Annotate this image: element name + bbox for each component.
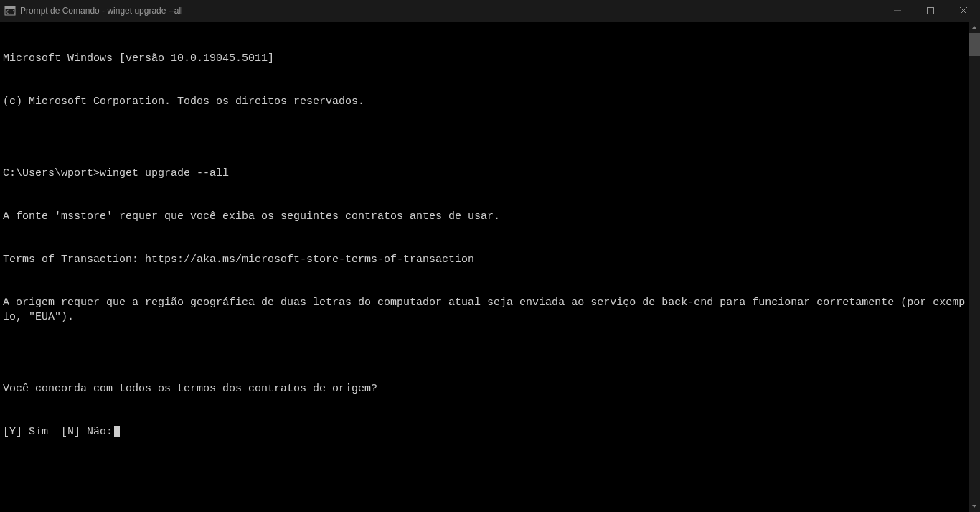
svg-marker-8 — [972, 505, 976, 508]
terminal-line: C:\Users\wport>winget upgrade --all — [3, 167, 966, 181]
terminal-prompt-line: [Y] Sim [N] Não: — [3, 425, 966, 439]
terminal-line: (c) Microsoft Corporation. Todos os dire… — [3, 95, 966, 109]
terminal-output[interactable]: Microsoft Windows [versão 10.0.19045.501… — [0, 22, 969, 512]
terminal-line: A origem requer que a região geográfica … — [3, 296, 966, 325]
terminal-line: A fonte 'msstore' requer que você exiba … — [3, 210, 966, 224]
scrollbar-down-button[interactable] — [969, 501, 980, 512]
maximize-button[interactable] — [914, 0, 947, 22]
cmd-icon: C:\ — [4, 5, 16, 17]
cursor — [114, 426, 120, 437]
terminal-line: Você concorda com todos os termos dos co… — [3, 382, 966, 396]
title-bar: C:\ Prompt de Comando - winget upgrade -… — [0, 0, 980, 22]
terminal-line: Microsoft Windows [versão 10.0.19045.501… — [3, 52, 966, 66]
scrollbar[interactable] — [969, 22, 980, 512]
terminal-line: Terms of Transaction: https://aka.ms/mic… — [3, 253, 966, 267]
svg-rect-1 — [5, 6, 15, 9]
svg-text:C:\: C:\ — [6, 9, 16, 15]
window-controls — [881, 0, 980, 22]
minimize-button[interactable] — [881, 0, 914, 22]
window-title: Prompt de Comando - winget upgrade --all — [20, 6, 881, 16]
scrollbar-thumb[interactable] — [969, 33, 980, 56]
svg-marker-7 — [972, 26, 976, 29]
close-button[interactable] — [947, 0, 980, 22]
svg-rect-4 — [928, 8, 934, 14]
scrollbar-up-button[interactable] — [969, 22, 980, 33]
